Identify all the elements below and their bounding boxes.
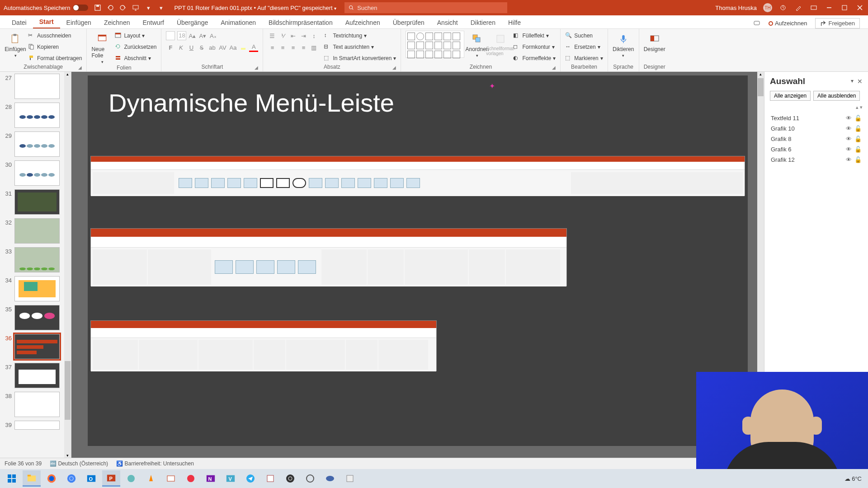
eye-icon[interactable]: 👁 <box>846 136 852 142</box>
indent-inc-icon[interactable]: ⇥ <box>299 31 308 40</box>
lock-icon[interactable]: 🔓 <box>854 156 862 163</box>
decrease-font-icon[interactable]: A▾ <box>198 31 207 40</box>
vlc-icon[interactable] <box>142 470 160 487</box>
tab-ueberpruefen[interactable]: Überprüfen <box>387 16 431 28</box>
lock-icon[interactable]: 🔓 <box>854 136 862 142</box>
text-direction-button[interactable]: ↕Textrichtung ▾ <box>324 31 396 41</box>
show-all-button[interactable]: Alle anzeigen <box>770 91 811 101</box>
text-align-button[interactable]: ⊟Text ausrichten ▾ <box>324 42 396 52</box>
launcher-icon[interactable]: ◢ <box>78 65 82 70</box>
underline-icon[interactable]: U <box>187 43 196 52</box>
tab-animationen[interactable]: Animationen <box>214 16 262 28</box>
thumb-35[interactable] <box>14 305 60 330</box>
launcher-icon[interactable]: ◢ <box>255 65 258 70</box>
thumb-28[interactable] <box>14 103 60 128</box>
shape-fill-button[interactable]: ◧Fülleffekt ▾ <box>513 31 556 41</box>
language-indicator[interactable]: 🔤 Deutsch (Österreich) <box>50 460 108 467</box>
columns-icon[interactable]: ▥ <box>309 43 318 52</box>
font-size-combo[interactable]: 18 <box>177 31 186 40</box>
weather-widget[interactable]: ☁ 6°C <box>844 475 862 482</box>
thumb-36[interactable] <box>14 334 60 359</box>
indent-dec-icon[interactable]: ⇤ <box>288 31 297 40</box>
designer-button[interactable]: Designer <box>644 31 665 52</box>
tab-zeichnen[interactable]: Zeichnen <box>98 16 137 28</box>
close-pane-icon[interactable]: ✕ <box>857 78 863 85</box>
app-icon[interactable] <box>341 470 359 487</box>
close-icon[interactable] <box>855 3 864 12</box>
outlook-icon[interactable]: O <box>82 470 100 487</box>
reset-button[interactable]: Zurücksetzen <box>115 42 156 52</box>
thumb-34[interactable] <box>14 276 60 301</box>
app-icon[interactable] <box>301 470 319 487</box>
pen-icon[interactable] <box>794 3 803 12</box>
share-button[interactable]: Freigeben <box>815 18 860 28</box>
thumbs-scrollbar[interactable]: ▴ ▾ <box>64 72 71 458</box>
paste-button[interactable]: Einfügen▾ <box>5 31 26 58</box>
app-icon[interactable] <box>261 470 279 487</box>
chevron-down-icon[interactable]: ▾ <box>851 78 854 85</box>
shape-effects-button[interactable]: ◐Formeffekte ▾ <box>513 53 556 63</box>
slide-thumbnails[interactable]: 27 28 29 30 31 32 33 34 35 36 37 38 39 ▴… <box>0 72 71 458</box>
app-icon[interactable] <box>162 470 180 487</box>
scroll-up-icon[interactable]: ▴ <box>757 72 764 76</box>
tab-start[interactable]: Start <box>33 15 60 28</box>
chrome-icon[interactable] <box>62 470 80 487</box>
eye-icon[interactable]: 👁 <box>846 146 852 153</box>
maximize-icon[interactable] <box>840 3 849 12</box>
user-avatar[interactable]: TH <box>763 3 772 12</box>
bold-icon[interactable]: F <box>166 43 175 52</box>
launcher-icon[interactable]: ◢ <box>552 65 556 70</box>
layout-button[interactable]: Layout ▾ <box>115 31 156 41</box>
app-icon[interactable] <box>122 470 140 487</box>
highlight-icon[interactable] <box>239 43 248 52</box>
thumb-30[interactable] <box>14 160 60 186</box>
tab-bildschirm[interactable]: Bildschirmpräsentation <box>262 16 339 28</box>
thumb-29[interactable] <box>14 131 60 157</box>
shadow-icon[interactable]: ab <box>208 43 217 52</box>
sync-icon[interactable] <box>778 3 788 12</box>
obs-icon[interactable] <box>281 470 299 487</box>
find-button[interactable]: 🔍Suchen <box>565 31 603 41</box>
smartart-button[interactable]: ⬚In SmartArt konvertieren ▾ <box>324 53 396 63</box>
shape-outline-button[interactable]: ◻Formkontur ▾ <box>513 42 556 52</box>
increase-font-icon[interactable]: A▴ <box>188 31 197 40</box>
autosave-toggle[interactable]: Automatisches Speichern <box>4 5 88 11</box>
redo-icon[interactable] <box>119 4 127 12</box>
thumb-37[interactable] <box>14 363 60 388</box>
accessibility-indicator[interactable]: ♿ Barrierefreiheit: Untersuchen <box>116 460 194 467</box>
slide-title[interactable]: Dynamische Menü-Leiste <box>108 88 394 117</box>
align-right-icon[interactable]: ≡ <box>288 43 297 52</box>
eye-icon[interactable]: 👁 <box>846 125 852 132</box>
case-icon[interactable]: Aa <box>228 43 237 52</box>
toggle-switch[interactable] <box>73 5 88 11</box>
shapes-gallery[interactable] <box>406 31 464 58</box>
align-left-icon[interactable]: ≡ <box>268 43 277 52</box>
eye-icon[interactable]: 👁 <box>846 156 852 163</box>
clear-format-icon[interactable]: Aₓ <box>208 31 217 40</box>
selection-item[interactable]: Grafik 8👁🔓 <box>770 134 863 144</box>
cut-button[interactable]: ✂Ausschneiden <box>28 31 82 41</box>
strike-icon[interactable]: S̶ <box>197 43 206 52</box>
thumb-39[interactable] <box>14 421 60 430</box>
ribbon-mode-icon[interactable] <box>809 3 818 12</box>
justify-icon[interactable]: ≡ <box>299 43 308 52</box>
powerpoint-icon[interactable]: P <box>102 470 120 487</box>
tab-datei[interactable]: Datei <box>5 16 33 28</box>
align-center-icon[interactable]: ≡ <box>278 43 287 52</box>
record-button[interactable]: Aufzeichnen <box>769 20 807 27</box>
selection-item[interactable]: Grafik 6👁🔓 <box>770 144 863 155</box>
thumb-38[interactable] <box>14 392 60 417</box>
numbering-icon[interactable]: ⅟ <box>278 31 287 40</box>
selection-item[interactable]: Textfeld 11👁🔓 <box>770 113 863 123</box>
telegram-icon[interactable] <box>241 470 259 487</box>
tab-hilfe[interactable]: Hilfe <box>502 16 527 28</box>
italic-icon[interactable]: K <box>176 43 185 52</box>
thumb-27[interactable] <box>14 74 60 99</box>
document-title[interactable]: PPT 01 Roter Faden 001.pptx • Auf "diese… <box>174 5 336 11</box>
start-button[interactable] <box>3 470 21 487</box>
tab-dictation[interactable]: Diktieren <box>464 16 502 28</box>
present-icon[interactable] <box>132 4 140 12</box>
selection-item[interactable]: Grafik 12👁🔓 <box>770 155 863 165</box>
section-button[interactable]: Abschnitt ▾ <box>115 53 156 63</box>
qat-more-icon[interactable]: ▾ <box>157 4 165 12</box>
